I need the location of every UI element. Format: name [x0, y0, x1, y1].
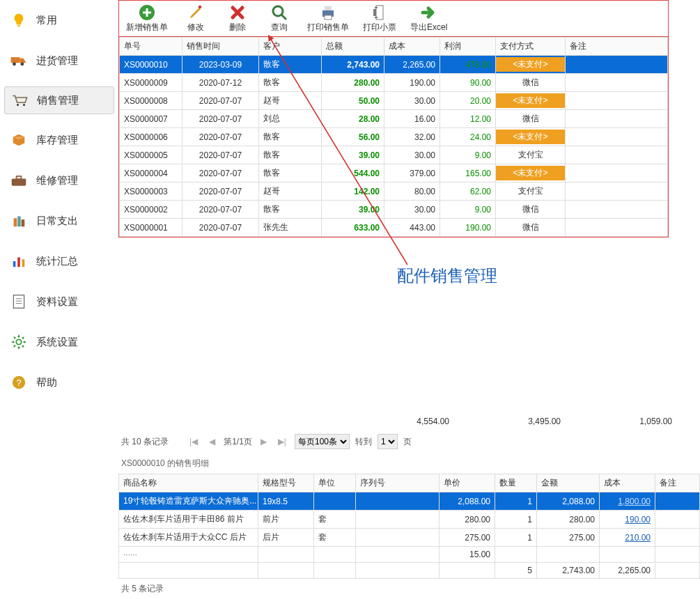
totals-profit: 1,059.00 [616, 417, 672, 426]
svg-point-2 [13, 62, 16, 65]
sidebar-label: 日常支出 [36, 215, 78, 228]
detail-table: 商品名称规格型号单位序列号单价数量金额成本备注 19寸轮毂铸造雷克萨斯大众奔驰奥… [118, 474, 700, 579]
detail-panel: 4,554.00 3,495.00 1,059.00 共 10 条记录 |◀ ◀… [118, 414, 700, 599]
pager: 共 10 条记录 |◀ ◀ 第1/1页 ▶ ▶| 每页100条 转到 1 页 [118, 429, 700, 453]
annotation-text: 配件销售管理 [397, 265, 497, 287]
detail-sum-row: 52,743.002,265.00 [119, 563, 700, 579]
detail-col-header[interactable]: 单价 [440, 474, 495, 492]
detail-col-header[interactable]: 序列号 [356, 474, 440, 492]
svg-rect-13 [22, 259, 25, 267]
unpaid-badge: <未支付> [496, 130, 565, 144]
box-icon [10, 132, 28, 148]
sales-col-header[interactable]: 总额 [322, 38, 384, 56]
cart-icon [10, 93, 29, 108]
sidebar-label: 维修管理 [36, 174, 78, 187]
page-next-icon[interactable]: ▶ [258, 437, 270, 446]
toolbar-label: 打印小票 [363, 22, 396, 33]
sales-col-header[interactable]: 支付方式 [496, 38, 566, 56]
svg-rect-10 [22, 219, 25, 226]
unpaid-badge: <未支付> [496, 57, 565, 72]
sidebar-item-2[interactable]: 销售管理 [4, 86, 114, 114]
per-page-select[interactable]: 每页100条 [295, 434, 350, 449]
table-row[interactable]: XS00000062020-07-07散客56.0032.0024.00<未支付… [120, 128, 668, 146]
table-row[interactable]: XS00000042020-07-07散客544.00379.00165.00<… [120, 164, 668, 182]
jump-select[interactable]: 1 [378, 434, 398, 449]
toolbar-label: 删除 [229, 22, 246, 33]
sidebar-item-5[interactable]: 日常支出 [0, 206, 118, 235]
sidebar-label: 进货管理 [36, 54, 78, 68]
cost-link[interactable]: 210.00 [625, 533, 651, 543]
detail-row[interactable]: 19寸轮毂铸造雷克萨斯大众奔驰奥...19x8.52,088.0012,088.… [119, 492, 700, 511]
sales-col-header[interactable]: 备注 [566, 38, 668, 56]
sidebar-label: 系统设置 [36, 336, 78, 349]
detail-col-header[interactable]: 金额 [537, 474, 600, 492]
svg-rect-7 [17, 176, 22, 179]
table-row[interactable]: XS00000022020-07-07散客39.0030.009.00微信 [120, 201, 668, 219]
cost-link[interactable]: 190.00 [625, 515, 651, 524]
totals-total: 4,554.00 [394, 417, 449, 426]
sidebar-item-3[interactable]: 库存管理 [0, 125, 118, 155]
sidebar-item-0[interactable]: 常用 [0, 6, 118, 35]
sales-col-header[interactable]: 利润 [440, 38, 496, 56]
svg-text:?: ? [16, 378, 21, 388]
cost-link[interactable]: 1,800.00 [618, 497, 651, 506]
sidebar: 常用进货管理销售管理库存管理维修管理日常支出统计汇总资料设置系统设置?帮助 [0, 0, 118, 599]
svg-point-23 [273, 6, 283, 16]
table-row[interactable]: XS00000072020-07-07刘总28.0016.0012.00微信 [120, 110, 668, 128]
sales-col-header[interactable]: 单号 [120, 38, 182, 56]
detail-row[interactable]: 佐佐木刹车片适用于丰田86 前片前片套280.001280.00190.00 [119, 511, 700, 529]
page-indicator: 第1/1页 [224, 436, 252, 448]
receipt-icon [371, 3, 389, 22]
sidebar-item-6[interactable]: 统计汇总 [0, 247, 118, 276]
detail-row[interactable]: 佐佐木刹车片适用于大众CC 后片后片套275.001275.00210.00 [119, 529, 700, 547]
sales-col-header[interactable]: 成本 [384, 38, 440, 56]
record-count: 共 10 条记录 [121, 436, 169, 448]
toolbar-receipt-button[interactable]: 打印小票 [356, 2, 403, 35]
toolbar-label: 修改 [187, 22, 204, 33]
sidebar-item-7[interactable]: 资料设置 [0, 287, 118, 316]
sales-col-header[interactable]: 客户 [259, 38, 322, 56]
svg-point-18 [16, 339, 21, 344]
toolbar-search-button[interactable]: 查询 [258, 2, 300, 35]
toolbar-add-button[interactable]: 新增销售单 [119, 2, 175, 35]
toolbar-export-button[interactable]: 导出Excel [403, 2, 454, 35]
toolbar-printer-button[interactable]: 打印销售单 [300, 2, 356, 35]
export-icon [420, 3, 438, 22]
table-row[interactable]: XS00000102023-03-09散客2,743.002,265.00478… [120, 56, 668, 74]
page-prev-icon[interactable]: ◀ [206, 437, 218, 446]
sales-table: 单号销售时间客户总额成本利润支付方式备注 XS00000102023-03-09… [119, 37, 668, 237]
jump-label: 转到 [355, 436, 372, 448]
detail-col-header[interactable]: 备注 [655, 474, 700, 492]
toolbar-delete-button[interactable]: 删除 [217, 2, 258, 35]
table-row[interactable]: XS00000092020-07-12散客280.00190.0090.00微信 [120, 74, 668, 92]
svg-point-3 [20, 62, 24, 65]
sidebar-item-8[interactable]: 系统设置 [0, 327, 118, 357]
sidebar-label: 销售管理 [37, 94, 79, 107]
edit-icon [187, 3, 205, 22]
truck-icon [10, 53, 28, 68]
sales-table-wrap: 单号销售时间客户总额成本利润支付方式备注 XS00000102023-03-09… [118, 36, 669, 238]
table-row[interactable]: XS00000012020-07-07张先生633.00443.00190.00… [120, 219, 668, 237]
detail-col-header[interactable]: 规格型号 [258, 474, 314, 492]
sidebar-item-9[interactable]: ?帮助 [0, 368, 118, 397]
detail-col-header[interactable]: 成本 [600, 474, 655, 492]
unpaid-badge: <未支付> [496, 166, 565, 180]
page-last-icon[interactable]: ▶| [275, 437, 289, 446]
detail-col-header[interactable]: 商品名称 [119, 474, 258, 492]
sales-col-header[interactable]: 销售时间 [182, 38, 259, 56]
table-row[interactable]: XS00000052020-07-07散客39.0030.009.00支付宝 [120, 146, 668, 164]
sidebar-label: 帮助 [36, 376, 57, 389]
detail-col-header[interactable]: 单位 [314, 474, 356, 492]
detail-col-header[interactable]: 数量 [495, 474, 537, 492]
toolbar-edit-button[interactable]: 修改 [175, 2, 217, 35]
doc-icon [10, 294, 28, 309]
sidebar-item-1[interactable]: 进货管理 [0, 46, 118, 75]
table-row[interactable]: XS00000082020-07-07赵哥50.0030.0020.00<未支付… [120, 92, 668, 110]
table-row[interactable]: XS00000032020-07-07赵哥142.0080.0062.00支付宝 [120, 182, 668, 201]
jump-suffix: 页 [403, 436, 412, 448]
detail-row[interactable]: ······15.00 [119, 547, 700, 563]
page-first-icon[interactable]: |◀ [187, 437, 201, 446]
svg-rect-1 [11, 57, 20, 63]
toolbar-label: 新增销售单 [126, 22, 168, 33]
sidebar-item-4[interactable]: 维修管理 [0, 166, 118, 195]
